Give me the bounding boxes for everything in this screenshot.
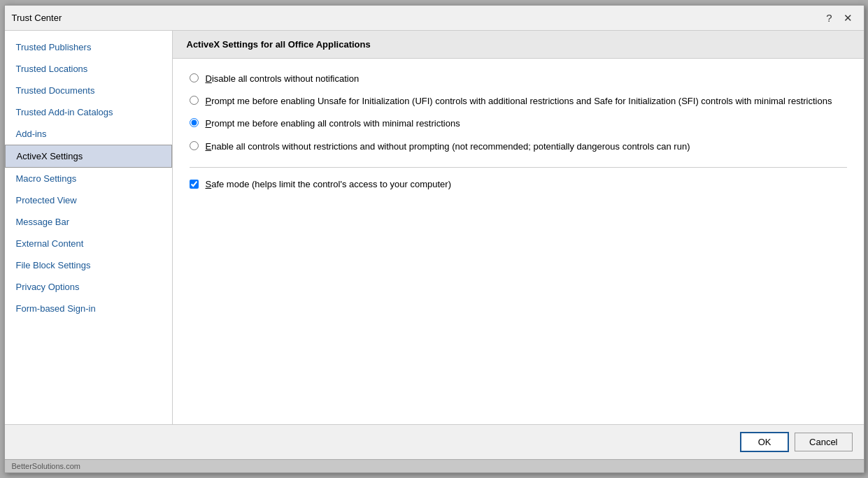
trust-center-window: Trust Center ? ✕ Trusted Publishers Trus… [4, 5, 865, 473]
sidebar-item-activex-settings[interactable]: ActiveX Settings [5, 145, 172, 168]
sidebar-item-add-ins[interactable]: Add-ins [5, 123, 172, 145]
divider [190, 167, 847, 168]
sidebar-item-form-based-sign-in[interactable]: Form-based Sign-in [5, 298, 172, 319]
radio-enable-all[interactable] [190, 141, 199, 150]
radio-label-4[interactable]: Enable all controls without restrictions… [206, 140, 690, 153]
ok-button[interactable]: OK [740, 432, 789, 452]
radio-disable-all[interactable] [190, 73, 199, 82]
title-bar-buttons: ? ✕ [822, 10, 856, 26]
sidebar-item-trusted-locations[interactable]: Trusted Locations [5, 58, 172, 80]
footer: OK Cancel [5, 424, 864, 459]
sidebar-item-trusted-addin-catalogs[interactable]: Trusted Add-in Catalogs [5, 101, 172, 123]
sidebar-item-protected-view[interactable]: Protected View [5, 189, 172, 211]
sidebar-item-file-block-settings[interactable]: File Block Settings [5, 254, 172, 276]
help-button[interactable]: ? [822, 10, 836, 25]
radio-option-3: Prompt me before enabling all controls w… [190, 117, 847, 130]
sidebar-item-privacy-options[interactable]: Privacy Options [5, 276, 172, 298]
sidebar-item-trusted-publishers[interactable]: Trusted Publishers [5, 36, 172, 58]
radio-label-2[interactable]: Prompt me before enabling Unsafe for Ini… [206, 95, 832, 108]
radio-prompt-all[interactable] [190, 118, 199, 127]
checkbox-safe-mode: Safe mode (helps limit the control's acc… [190, 179, 847, 189]
radio-option-1: Disable all controls without notificatio… [190, 73, 847, 85]
sidebar-item-message-bar[interactable]: Message Bar [5, 211, 172, 233]
checkbox-safe-mode-input[interactable] [190, 180, 199, 189]
radio-label-1[interactable]: Disable all controls without notificatio… [206, 73, 360, 85]
sidebar-item-trusted-documents[interactable]: Trusted Documents [5, 80, 172, 101]
title-bar: Trust Center ? ✕ [5, 6, 864, 31]
close-button[interactable]: ✕ [839, 10, 857, 26]
radio-prompt-ufi[interactable] [190, 96, 199, 105]
content-area: Trusted Publishers Trusted Locations Tru… [5, 31, 864, 424]
panel-header: ActiveX Settings for all Office Applicat… [173, 31, 864, 59]
radio-option-4: Enable all controls without restrictions… [190, 140, 847, 153]
sidebar-item-macro-settings[interactable]: Macro Settings [5, 168, 172, 189]
cancel-button[interactable]: Cancel [795, 433, 852, 451]
sidebar: Trusted Publishers Trusted Locations Tru… [5, 31, 173, 424]
radio-label-3[interactable]: Prompt me before enabling all controls w… [206, 117, 460, 130]
checkbox-safe-mode-label[interactable]: Safe mode (helps limit the control's acc… [206, 179, 451, 189]
radio-option-2: Prompt me before enabling Unsafe for Ini… [190, 95, 847, 108]
main-panel: ActiveX Settings for all Office Applicat… [173, 31, 864, 424]
panel-content: Disable all controls without notificatio… [173, 59, 864, 424]
radio-group: Disable all controls without notificatio… [190, 73, 847, 153]
sidebar-item-external-content[interactable]: External Content [5, 233, 172, 254]
window-title: Trust Center [12, 13, 62, 23]
watermark: BetterSolutions.com [5, 459, 864, 472]
